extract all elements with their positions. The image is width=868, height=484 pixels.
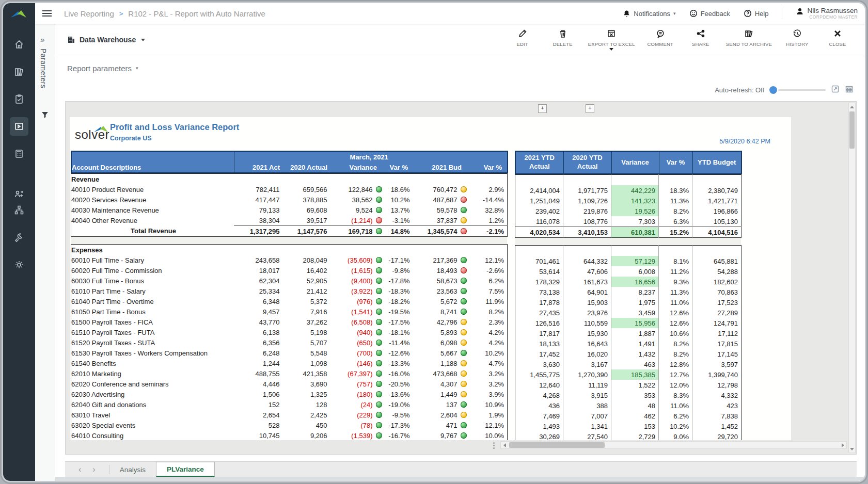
cell: 62040 Gift and donations [71,399,234,410]
data-source-selector[interactable]: Data Warehouse [67,36,145,44]
table-row: 61050 Part Time - Bonus9,4577,916(1,541)… [71,306,508,317]
green-status-icon [376,186,382,192]
vertical-scrollbar[interactable] [848,103,856,453]
scroll-up-arrow[interactable] [849,103,855,110]
table-row: 61510 Payroll Taxes - FUTA6,1385,198(940… [71,327,508,337]
send-to-archive-button[interactable]: SEND TO ARCHIVE [721,29,777,47]
auto-refresh-slider[interactable] [769,86,777,94]
cell: 18.6% [384,184,413,195]
feedback-button[interactable]: Feedback [689,9,730,18]
cell: 5,893 [413,327,461,337]
delete-button[interactable]: DELETE [543,29,583,47]
outline-expand-button[interactable]: + [538,104,547,113]
cell: 16,402 [283,265,330,276]
scroll-down-arrow[interactable] [849,445,855,453]
cell: 42,796 [413,317,461,327]
table-row: 17,81715,9301,88710.6%17,112 [515,328,741,338]
table-row [515,246,741,256]
history-label: HISTORY [786,41,808,47]
cell: 9,767 [413,430,461,440]
cell: 473,668 [413,368,461,379]
chevron-down-icon[interactable] [609,48,613,51]
cell: (180) [330,389,376,399]
sidebar-item-calculator[interactable] [10,144,28,163]
sidebar-item-integrations[interactable] [10,201,28,219]
user-menu[interactable]: Nils Rasmussen CorpDemo Master [796,7,858,20]
cell: 196,866 [692,206,741,216]
column-header: Var % [384,162,413,173]
export-to-excel-button[interactable]: EXPORT TO EXCEL [583,29,640,51]
table-row: 40010 Product Revenue782,411659,566122,8… [71,184,508,195]
cell: 13.7% [384,205,413,215]
cell: 239,402 [515,206,563,216]
history-button[interactable]: HISTORY [777,29,817,47]
cell [461,255,469,265]
breadcrumb-root[interactable]: Live Reporting [64,9,114,18]
green-status-icon [376,340,382,346]
cell: (1,615) [330,265,376,276]
cell [515,246,563,256]
sidebar-item-report-library[interactable] [10,62,28,81]
scrollbar-grip[interactable] [493,442,495,449]
report-parameters-toggle[interactable]: Report parameters ▾ [67,64,138,73]
user-name: Nils Rasmussen [807,7,858,15]
table-row: 60010 Full Time - Salary243,658208,049(3… [71,255,508,265]
cell [461,368,469,379]
green-status-icon [376,350,382,356]
scroll-left-arrow[interactable] [501,442,508,448]
outline-expand-button[interactable]: + [586,104,594,113]
cell: 11.0% [659,400,692,411]
sidebar-item-home[interactable] [10,35,28,54]
cell: 1,449 [413,389,461,399]
share-button[interactable]: SHARE [681,29,721,47]
notifications-button[interactable]: Notifications ▾ [623,9,675,18]
horizontal-scrollbar[interactable] [500,441,847,449]
table-row: 2,414,0041,971,775442,22918.3%2,380,749 [515,185,741,196]
next-sheet-arrow[interactable]: › [92,465,95,474]
cell: (9,400) [330,276,376,286]
cell: 62,304 [234,276,283,286]
filter-icon[interactable] [41,110,49,121]
auto-refresh-track[interactable] [778,89,826,91]
export-view-icon[interactable] [831,85,840,95]
cell [563,175,611,186]
yellow-status-icon [461,186,467,192]
tab-plvariance[interactable]: PLVariance [156,462,215,477]
table-row: 1,455,7751,270,390185,38512.7%1,399,740 [515,369,741,380]
help-button[interactable]: Help [744,9,769,18]
edit-button[interactable]: EDIT [502,29,543,47]
cell: 4,020,534 [515,227,563,238]
sidebar-item-settings[interactable] [10,255,28,274]
cell [461,306,469,317]
sidebar-item-tools[interactable] [10,228,28,247]
cell: 2,414,004 [515,185,563,196]
comment-button[interactable]: COMMENT [640,29,681,47]
prev-sheet-arrow[interactable]: ‹ [78,465,81,474]
section-gap [515,238,741,245]
expand-rail-icon[interactable]: » [40,35,44,44]
cell: 60010 Full Time - Salary [71,255,234,265]
grid-view-icon[interactable] [845,85,854,95]
scroll-right-arrow[interactable] [839,442,846,448]
close-button[interactable]: CLOSE [817,29,858,47]
cell: 17,878 [515,297,563,308]
menu-icon[interactable] [42,10,52,17]
table-row: 61530 Payroll Taxes - Workers Compensati… [71,348,508,358]
green-status-icon [376,422,382,428]
sidebar-item-report-viewer[interactable] [10,117,28,136]
cell: 11.3% [659,287,692,297]
cell: 185,385 [611,369,659,380]
cell: 60020 Full Time - Commission [71,265,234,276]
sidebar-item-tasks[interactable] [10,90,28,108]
tab-analysis[interactable]: Analysis [109,462,156,477]
monthly-table-body: Revenue40010 Product Revenue782,411659,5… [71,173,507,440]
cell: 169,718 [330,226,376,237]
cell: 105,130 [692,216,741,227]
cell: -2.6% [469,265,508,276]
cell: 128 [283,399,330,410]
cell: 3,915 [563,390,611,400]
vertical-scroll-thumb[interactable] [849,111,855,149]
table-row: 18,13316,6431,4918.2%17,815 [515,338,741,349]
cell: 63020 Special events [71,420,234,430]
horizontal-scroll-thumb[interactable] [509,442,605,448]
